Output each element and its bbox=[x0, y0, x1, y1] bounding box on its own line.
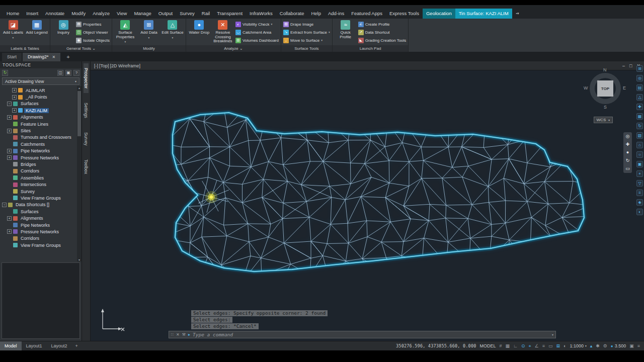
customize-icon[interactable]: ≡ bbox=[637, 343, 640, 348]
expand-icon[interactable]: + bbox=[7, 115, 12, 120]
menu-tab-home[interactable]: Home bbox=[3, 9, 23, 19]
ribbon-button-surface-properties[interactable]: ◭Surface Properties▾ bbox=[114, 20, 136, 44]
selection-cycling-icon[interactable]: ⊞ bbox=[556, 343, 560, 348]
right-toolbar-icon[interactable]: ◐ bbox=[636, 209, 643, 215]
expand-icon[interactable]: + bbox=[7, 216, 12, 221]
expand-icon[interactable]: + bbox=[7, 129, 12, 133]
ribbon-button-resolve-crossing-breaklines[interactable]: ✕Resolve Crossing Breaklines bbox=[212, 20, 234, 44]
pin-icon[interactable]: ▣ bbox=[65, 70, 71, 76]
tree-item-corridors[interactable]: +Corridors bbox=[0, 235, 82, 242]
command-line[interactable]: ∷ ✕ ⚒ ▸ Type a command ▾ bbox=[169, 331, 556, 338]
right-toolbar-icon[interactable]: ▣ bbox=[636, 161, 643, 167]
command-recent-dropdown[interactable]: ▾ bbox=[552, 333, 553, 336]
expand-icon[interactable]: + bbox=[7, 149, 12, 153]
ribbon-panel-title[interactable]: Analyze ⌄ bbox=[186, 45, 281, 52]
tree-item-bridges[interactable]: +Bridges bbox=[0, 161, 82, 167]
viewcube-west[interactable]: W bbox=[584, 85, 588, 90]
ribbon-button-grading-creation-tools[interactable]: ◣Grading Creation Tools bbox=[358, 36, 407, 44]
menu-tab-annotate[interactable]: Annotate bbox=[42, 9, 68, 19]
ribbon-button-object-viewer[interactable]: ◫Object Viewer bbox=[76, 28, 110, 36]
menu-tab-geolocation[interactable]: Geolocation bbox=[423, 9, 455, 19]
active-drawing-view-dropdown[interactable]: Active Drawing View ▾ bbox=[2, 77, 79, 85]
expand-icon[interactable]: + bbox=[7, 155, 12, 160]
ribbon-button-catchment-area[interactable]: ◡Catchment Area bbox=[235, 28, 279, 36]
right-toolbar-icon[interactable]: ⌖ bbox=[636, 170, 643, 177]
workspace-gear-icon[interactable]: ⚙ bbox=[603, 343, 607, 348]
pane-toggle-icon[interactable]: ◫ bbox=[57, 70, 63, 76]
layout-tab-layout1[interactable]: Layout1 bbox=[22, 341, 47, 350]
menu-tab-help[interactable]: Help bbox=[307, 9, 325, 19]
right-toolbar-icon[interactable]: ≡ bbox=[636, 190, 643, 196]
viewcube-home-icon[interactable]: ◎ bbox=[626, 134, 630, 139]
tree-item-all-points[interactable]: +_All Points bbox=[0, 94, 82, 100]
ribbon-button-add-data[interactable]: ⊞Add Data▾ bbox=[138, 20, 160, 40]
menu-tab-featured-apps[interactable]: Featured Apps bbox=[348, 9, 386, 19]
command-close-icon[interactable]: ✕ bbox=[176, 332, 180, 337]
help-icon[interactable]: ? bbox=[73, 70, 79, 76]
scroll-down-icon[interactable]: ▾ bbox=[77, 258, 82, 261]
right-toolbar-icon[interactable]: ⌂ bbox=[636, 142, 643, 148]
right-toolbar-icon[interactable]: △ bbox=[636, 94, 643, 101]
right-toolbar-icon[interactable]: ◎ bbox=[636, 75, 643, 81]
doc-tab-start[interactable]: Start bbox=[2, 53, 22, 61]
annotation-visibility-icon[interactable]: ▴ bbox=[590, 343, 593, 348]
viewport-controls[interactable]: [-][Top][2D Wireframe] bbox=[94, 63, 141, 68]
tree-item-alignments[interactable]: +Alignments bbox=[0, 114, 82, 121]
tree-item-view-frame-groups[interactable]: +View Frame Groups bbox=[0, 242, 82, 248]
viewcube-south[interactable]: S bbox=[604, 105, 607, 110]
ribbon-panel-title[interactable]: Launch Pad bbox=[333, 45, 409, 52]
command-grip-icon[interactable]: ∷ bbox=[171, 332, 174, 337]
viewport-control-[interactable]: [-] bbox=[94, 63, 98, 68]
side-tab-prospector[interactable]: Prospector bbox=[84, 63, 89, 93]
right-toolbar-icon[interactable]: ◈ bbox=[636, 199, 643, 206]
ribbon-button-data-shortcut[interactable]: ↗Data Shortcut bbox=[358, 28, 407, 36]
viewport-control-top[interactable]: [Top] bbox=[99, 63, 109, 68]
toolspace-refresh-icon[interactable]: ↻ bbox=[2, 70, 8, 76]
viewcube[interactable]: N S W E TOP bbox=[585, 68, 625, 109]
collapse-icon[interactable]: − bbox=[2, 203, 7, 207]
isolate-objects-status-icon[interactable]: ▣ bbox=[629, 343, 634, 348]
tree-item-pipe-networks[interactable]: +Pipe Networks bbox=[0, 148, 82, 154]
new-layout-button[interactable]: + bbox=[72, 341, 82, 350]
menu-tab-manage[interactable]: Manage bbox=[130, 9, 154, 19]
menu-tab-transparent[interactable]: Transparent bbox=[213, 9, 246, 19]
tree-scrollbar[interactable]: ▴ ▾ bbox=[77, 86, 82, 261]
ribbon-button-quick-profile[interactable]: ≈Quick Profile bbox=[335, 20, 357, 39]
ribbon-button-properties[interactable]: ▤Properties bbox=[76, 20, 110, 28]
viewcube-north[interactable]: N bbox=[603, 67, 607, 72]
otrack-icon[interactable]: ∠ bbox=[535, 343, 539, 348]
ribbon-button-drape-image[interactable]: ▧Drape Image bbox=[283, 20, 330, 28]
tree-item-pipe-networks[interactable]: +Pipe Networks bbox=[0, 222, 82, 228]
elevation-indicator[interactable]: ●3.500 bbox=[611, 343, 626, 348]
right-toolbar-icon[interactable]: ▤ bbox=[636, 84, 643, 91]
doc-tab-drawing2[interactable]: Drawing2*✕ bbox=[23, 53, 60, 61]
right-toolbar-icon[interactable]: ○ bbox=[636, 151, 643, 158]
menu-tab-output[interactable]: Output bbox=[155, 9, 177, 19]
annotation-scale[interactable]: 1:1000▾ bbox=[570, 343, 586, 348]
new-drawing-tab-button[interactable]: + bbox=[62, 54, 73, 61]
menu-tab-rail[interactable]: Rail bbox=[198, 9, 213, 19]
viewport-minimize-icon[interactable]: – bbox=[622, 63, 625, 68]
autoscale-icon[interactable]: ✱ bbox=[596, 343, 600, 348]
ribbon-button-add-legend[interactable]: ▦Add Legend bbox=[26, 20, 48, 35]
ribbon-button-visibility-check[interactable]: ◐Visibility Check▾ bbox=[235, 20, 279, 28]
right-toolbar-icon[interactable]: ✚ bbox=[636, 104, 643, 110]
tree-item-surfaces[interactable]: +Surfaces bbox=[0, 208, 82, 215]
ribbon-panel-title[interactable]: Labels & Tables bbox=[0, 45, 50, 52]
ribbon-button-water-drop[interactable]: ●Water Drop bbox=[188, 20, 210, 35]
menu-tab-tin-surface-kazi-alim[interactable]: Tin Surface: KAZI ALIM bbox=[455, 9, 512, 19]
osnap-icon[interactable]: ⌖ bbox=[528, 343, 531, 349]
zoom-icon[interactable]: ● bbox=[626, 150, 629, 155]
viewport-restore-icon[interactable]: □ bbox=[629, 63, 632, 68]
ortho-icon[interactable]: ∟ bbox=[513, 343, 518, 348]
menu-tab-survey[interactable]: Survey bbox=[176, 9, 198, 19]
tree-item-feature-lines[interactable]: +Feature Lines bbox=[0, 121, 82, 127]
ribbon-button-move-to-surface[interactable]: ↓Move to Surface▾ bbox=[283, 36, 330, 44]
scrollbar-thumb[interactable] bbox=[77, 91, 81, 136]
snap-icon[interactable]: ▦ bbox=[506, 343, 510, 348]
dynamic-input-icon[interactable]: ◐ bbox=[564, 343, 566, 348]
right-toolbar-icon[interactable]: ▽ bbox=[636, 180, 643, 187]
side-tab-settings[interactable]: Settings bbox=[84, 98, 89, 123]
ribbon-panel-title[interactable]: Surface Tools bbox=[281, 45, 332, 52]
ribbon-button-isolate-objects[interactable]: ◉Isolate Objects bbox=[76, 36, 110, 44]
